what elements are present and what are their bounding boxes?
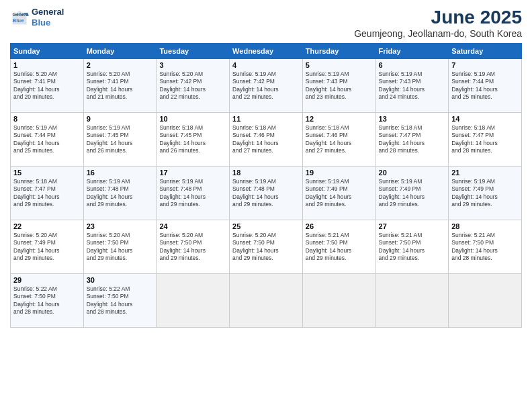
cell-info: Sunrise: 5:18 AMSunset: 7:46 PMDaylight:…: [232, 124, 279, 154]
cell-info: Sunrise: 5:19 AMSunset: 7:43 PMDaylight:…: [306, 71, 352, 100]
day-number: 27: [379, 222, 446, 230]
logo-text: General Blue: [32, 7, 64, 28]
table-row: 27Sunrise: 5:21 AMSunset: 7:50 PMDayligh…: [375, 220, 449, 274]
day-number: 30: [87, 276, 154, 284]
cell-info: Sunrise: 5:18 AMSunset: 7:47 PMDaylight:…: [379, 124, 425, 154]
table-row: 20Sunrise: 5:19 AMSunset: 7:49 PMDayligh…: [375, 167, 449, 220]
cell-info: Sunrise: 5:20 AMSunset: 7:42 PMDaylight:…: [159, 71, 206, 100]
logo: General Blue General Blue: [10, 7, 64, 28]
table-row: 19Sunrise: 5:19 AMSunset: 7:49 PMDayligh…: [302, 167, 375, 220]
day-number: 18: [232, 169, 300, 177]
table-row: [157, 274, 230, 328]
cell-info: Sunrise: 5:19 AMSunset: 7:49 PMDaylight:…: [379, 178, 425, 208]
day-number: 17: [159, 169, 226, 177]
cell-info: Sunrise: 5:19 AMSunset: 7:48 PMDaylight:…: [232, 178, 279, 208]
table-row: 11Sunrise: 5:18 AMSunset: 7:46 PMDayligh…: [230, 113, 303, 167]
table-row: 3Sunrise: 5:20 AMSunset: 7:42 PMDaylight…: [157, 59, 230, 113]
table-row: 30Sunrise: 5:22 AMSunset: 7:50 PMDayligh…: [83, 274, 157, 328]
day-number: 12: [306, 115, 373, 123]
col-monday: Monday: [83, 44, 157, 59]
table-row: [302, 274, 375, 328]
day-number: 14: [451, 115, 519, 123]
calendar-header: Sunday Monday Tuesday Wednesday Thursday…: [11, 44, 522, 59]
cell-info: Sunrise: 5:19 AMSunset: 7:45 PMDaylight:…: [87, 124, 133, 154]
main-title: June 2025: [354, 7, 522, 28]
day-number: 10: [159, 115, 226, 123]
table-row: 21Sunrise: 5:19 AMSunset: 7:49 PMDayligh…: [449, 167, 522, 220]
day-number: 4: [232, 61, 300, 69]
table-row: 13Sunrise: 5:18 AMSunset: 7:47 PMDayligh…: [375, 113, 449, 167]
cell-info: Sunrise: 5:18 AMSunset: 7:47 PMDaylight:…: [13, 178, 60, 208]
table-row: 22Sunrise: 5:20 AMSunset: 7:49 PMDayligh…: [11, 220, 84, 274]
col-friday: Friday: [375, 44, 449, 59]
day-number: 13: [379, 115, 446, 123]
subtitle: Geumjeong, Jeollanam-do, South Korea: [354, 28, 522, 39]
table-row: 5Sunrise: 5:19 AMSunset: 7:43 PMDaylight…: [302, 59, 375, 113]
day-number: 25: [232, 222, 300, 230]
col-saturday: Saturday: [449, 44, 522, 59]
day-number: 15: [13, 169, 81, 177]
cell-info: Sunrise: 5:19 AMSunset: 7:42 PMDaylight:…: [232, 71, 279, 100]
cell-info: Sunrise: 5:20 AMSunset: 7:50 PMDaylight:…: [87, 232, 133, 261]
col-sunday: Sunday: [11, 44, 84, 59]
day-number: 2: [87, 61, 154, 69]
cell-info: Sunrise: 5:19 AMSunset: 7:44 PMDaylight:…: [13, 124, 60, 154]
day-number: 29: [13, 276, 81, 284]
day-number: 23: [87, 222, 154, 230]
cell-info: Sunrise: 5:19 AMSunset: 7:49 PMDaylight:…: [451, 178, 498, 208]
table-row: 2Sunrise: 5:20 AMSunset: 7:41 PMDaylight…: [83, 59, 157, 113]
day-number: 16: [87, 169, 154, 177]
cell-info: Sunrise: 5:18 AMSunset: 7:47 PMDaylight:…: [451, 124, 498, 154]
day-number: 5: [306, 61, 373, 69]
day-number: 24: [159, 222, 226, 230]
cell-info: Sunrise: 5:18 AMSunset: 7:45 PMDaylight:…: [159, 124, 206, 154]
cell-info: Sunrise: 5:21 AMSunset: 7:50 PMDaylight:…: [451, 232, 498, 261]
table-row: 25Sunrise: 5:20 AMSunset: 7:50 PMDayligh…: [230, 220, 303, 274]
day-number: 3: [159, 61, 226, 69]
table-row: 23Sunrise: 5:20 AMSunset: 7:50 PMDayligh…: [83, 220, 157, 274]
table-row: 16Sunrise: 5:19 AMSunset: 7:48 PMDayligh…: [83, 167, 157, 220]
svg-text:Blue: Blue: [13, 17, 25, 24]
cell-info: Sunrise: 5:20 AMSunset: 7:41 PMDaylight:…: [13, 71, 60, 100]
table-row: 1Sunrise: 5:20 AMSunset: 7:41 PMDaylight…: [11, 59, 84, 113]
table-row: 17Sunrise: 5:19 AMSunset: 7:48 PMDayligh…: [157, 167, 230, 220]
cell-info: Sunrise: 5:20 AMSunset: 7:49 PMDaylight:…: [13, 232, 60, 261]
table-row: 12Sunrise: 5:18 AMSunset: 7:46 PMDayligh…: [302, 113, 375, 167]
cell-info: Sunrise: 5:19 AMSunset: 7:44 PMDaylight:…: [451, 71, 498, 100]
cell-info: Sunrise: 5:19 AMSunset: 7:48 PMDaylight:…: [87, 178, 133, 208]
table-row: [375, 274, 449, 328]
col-thursday: Thursday: [302, 44, 375, 59]
table-row: [449, 274, 522, 328]
day-number: 6: [379, 61, 446, 69]
day-number: 8: [13, 115, 81, 123]
table-row: [230, 274, 303, 328]
logo-icon: General Blue: [10, 8, 29, 27]
table-row: 15Sunrise: 5:18 AMSunset: 7:47 PMDayligh…: [11, 167, 84, 220]
day-number: 21: [451, 169, 519, 177]
day-number: 20: [379, 169, 446, 177]
table-row: 24Sunrise: 5:20 AMSunset: 7:50 PMDayligh…: [157, 220, 230, 274]
header: General Blue General Blue June 2025 Geum…: [10, 7, 522, 39]
cell-info: Sunrise: 5:19 AMSunset: 7:43 PMDaylight:…: [379, 71, 425, 100]
col-tuesday: Tuesday: [157, 44, 230, 59]
table-row: 10Sunrise: 5:18 AMSunset: 7:45 PMDayligh…: [157, 113, 230, 167]
table-row: 28Sunrise: 5:21 AMSunset: 7:50 PMDayligh…: [449, 220, 522, 274]
day-number: 11: [232, 115, 300, 123]
table-row: 9Sunrise: 5:19 AMSunset: 7:45 PMDaylight…: [83, 113, 157, 167]
table-row: 18Sunrise: 5:19 AMSunset: 7:48 PMDayligh…: [230, 167, 303, 220]
table-row: 14Sunrise: 5:18 AMSunset: 7:47 PMDayligh…: [449, 113, 522, 167]
day-number: 1: [13, 61, 81, 69]
cell-info: Sunrise: 5:20 AMSunset: 7:50 PMDaylight:…: [159, 232, 206, 261]
cell-info: Sunrise: 5:22 AMSunset: 7:50 PMDaylight:…: [13, 285, 60, 315]
day-number: 19: [306, 169, 373, 177]
col-wednesday: Wednesday: [230, 44, 303, 59]
cell-info: Sunrise: 5:21 AMSunset: 7:50 PMDaylight:…: [379, 232, 425, 261]
cell-info: Sunrise: 5:22 AMSunset: 7:50 PMDaylight:…: [87, 285, 133, 315]
table-row: 7Sunrise: 5:19 AMSunset: 7:44 PMDaylight…: [449, 59, 522, 113]
table-row: 8Sunrise: 5:19 AMSunset: 7:44 PMDaylight…: [11, 113, 84, 167]
table-row: 26Sunrise: 5:21 AMSunset: 7:50 PMDayligh…: [302, 220, 375, 274]
page-container: General Blue General Blue June 2025 Geum…: [0, 0, 532, 334]
cell-info: Sunrise: 5:20 AMSunset: 7:41 PMDaylight:…: [87, 71, 133, 100]
cell-info: Sunrise: 5:21 AMSunset: 7:50 PMDaylight:…: [306, 232, 352, 261]
day-number: 28: [451, 222, 519, 230]
